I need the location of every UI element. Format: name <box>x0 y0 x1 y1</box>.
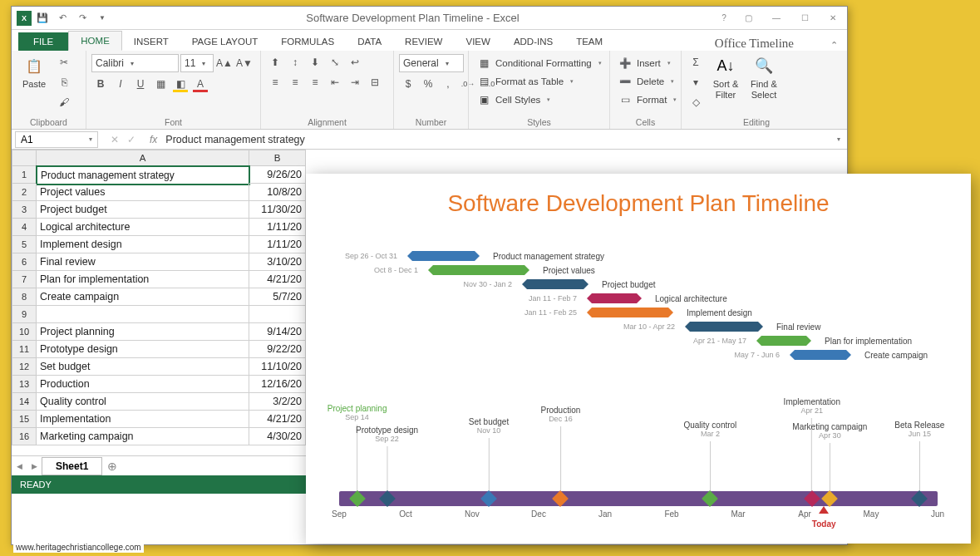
row-header[interactable]: 3 <box>12 201 37 219</box>
tab-file[interactable]: FILE <box>18 32 68 51</box>
format-cells-button[interactable]: ▭Format▾ <box>615 91 680 109</box>
help-icon[interactable]: ? <box>714 9 734 27</box>
cell[interactable]: Product management strategy <box>37 166 249 185</box>
copy-icon[interactable]: ⎘ <box>55 74 73 91</box>
cell[interactable]: 11/10/20 <box>249 358 306 376</box>
row-header[interactable]: 6 <box>12 253 37 271</box>
sort-filter-button[interactable]: A↓ Sort & Filter <box>708 54 743 100</box>
row-header[interactable]: 4 <box>12 219 37 236</box>
formula-input[interactable]: Product management strategy <box>162 134 834 145</box>
tab-addins[interactable]: ADD-INS <box>502 32 564 51</box>
cell[interactable]: 9/26/20 <box>249 166 306 184</box>
row-header[interactable]: 2 <box>12 184 37 201</box>
currency-icon[interactable]: $ <box>399 76 417 92</box>
column-header-a[interactable]: A <box>37 150 249 166</box>
paste-button[interactable]: 📋 Paste <box>17 54 52 90</box>
cell[interactable]: Project planning <box>37 323 249 341</box>
cell[interactable]: 12/16/20 <box>249 376 306 393</box>
cut-icon[interactable]: ✂ <box>55 54 73 71</box>
autosum-icon[interactable]: Σ <box>687 54 705 71</box>
row-header[interactable]: 15 <box>12 411 37 428</box>
align-left-icon[interactable]: ≡ <box>266 74 284 91</box>
cell[interactable]: Project budget <box>37 201 249 219</box>
cell[interactable]: Quality control <box>37 393 249 411</box>
cell[interactable]: Project values <box>37 184 249 201</box>
cell[interactable]: 1/11/20 <box>249 219 306 236</box>
row-header[interactable]: 16 <box>12 428 37 445</box>
cell[interactable]: 9/14/20 <box>249 323 306 341</box>
tab-insert[interactable]: INSERT <box>122 32 180 51</box>
formula-expand-icon[interactable]: ▾ <box>834 135 847 143</box>
border-icon[interactable]: ▦ <box>151 76 170 92</box>
cell[interactable]: Plan for implementation <box>37 271 249 288</box>
maximize-icon[interactable]: ☐ <box>790 9 819 27</box>
row-header[interactable]: 9 <box>12 306 37 323</box>
cell[interactable]: 3/2/20 <box>249 393 306 411</box>
cell[interactable]: 1/11/20 <box>249 236 306 253</box>
fill-color-icon[interactable]: ◧ <box>171 76 190 92</box>
cell[interactable]: Create campaign <box>37 288 249 306</box>
cell[interactable] <box>37 306 249 323</box>
tab-formulas[interactable]: FORMULAS <box>269 32 346 51</box>
orientation-icon[interactable]: ⤡ <box>326 54 344 71</box>
cell[interactable]: 4/21/20 <box>249 271 306 288</box>
tab-review[interactable]: REVIEW <box>393 32 454 51</box>
collapse-ribbon-icon[interactable]: ⌃ <box>827 40 847 51</box>
save-icon[interactable]: 💾 <box>33 9 52 27</box>
cell[interactable]: Implement design <box>37 236 249 253</box>
cell[interactable]: Set budget <box>37 358 249 376</box>
minimize-icon[interactable]: — <box>762 9 790 27</box>
tab-home[interactable]: HOME <box>68 31 122 51</box>
undo-icon[interactable]: ↶ <box>53 9 71 27</box>
tab-team[interactable]: TEAM <box>564 32 614 51</box>
italic-button[interactable]: I <box>111 76 130 92</box>
select-all-corner[interactable] <box>12 150 37 166</box>
percent-icon[interactable]: % <box>419 76 437 92</box>
cell[interactable]: Implementation <box>37 411 249 428</box>
name-box[interactable]: A1▾ <box>15 131 98 148</box>
delete-cells-button[interactable]: ➖Delete▾ <box>615 72 677 91</box>
sheet-nav-next-icon[interactable]: ▶ <box>27 462 42 470</box>
cell[interactable]: 3/10/20 <box>249 253 306 271</box>
insert-cells-button[interactable]: ➕Insert▾ <box>615 54 674 72</box>
row-header[interactable]: 11 <box>12 341 37 358</box>
row-header[interactable]: 10 <box>12 323 37 341</box>
comma-icon[interactable]: , <box>439 76 457 92</box>
tab-view[interactable]: VIEW <box>454 32 501 51</box>
conditional-formatting-button[interactable]: ▦Conditional Formatting▾ <box>474 54 605 72</box>
fx-icon[interactable]: fx <box>145 134 162 145</box>
align-right-icon[interactable]: ≡ <box>306 74 324 91</box>
cancel-formula-icon[interactable]: ✕ <box>106 134 123 145</box>
shrink-font-icon[interactable]: A▼ <box>235 55 254 71</box>
cell[interactable]: 4/30/20 <box>249 428 306 445</box>
format-as-table-button[interactable]: ▤Format as Table▾ <box>474 72 577 91</box>
grow-font-icon[interactable]: A▲ <box>215 55 234 71</box>
row-header[interactable]: 12 <box>12 358 37 376</box>
align-center-icon[interactable]: ≡ <box>286 74 304 91</box>
bold-button[interactable]: B <box>91 76 110 92</box>
decrease-indent-icon[interactable]: ⇤ <box>326 74 344 91</box>
cell[interactable]: 9/22/20 <box>249 341 306 358</box>
row-header[interactable]: 7 <box>12 271 37 288</box>
fill-icon[interactable]: ▾ <box>687 74 705 91</box>
cell[interactable]: Logical architecture <box>37 219 249 236</box>
cell-styles-button[interactable]: ▣Cell Styles▾ <box>474 91 554 109</box>
sheet-tab[interactable]: Sheet1 <box>42 457 102 475</box>
row-header[interactable]: 14 <box>12 393 37 411</box>
increase-indent-icon[interactable]: ⇥ <box>346 74 364 91</box>
cell[interactable]: 5/7/20 <box>249 288 306 306</box>
row-header[interactable]: 1 <box>12 166 37 184</box>
row-header[interactable]: 13 <box>12 376 37 393</box>
underline-button[interactable]: U <box>131 76 150 92</box>
cell[interactable]: Marketing campaign <box>37 428 249 445</box>
font-name-select[interactable]: Calibri▾ <box>91 54 179 72</box>
font-size-select[interactable]: 11▾ <box>180 54 214 72</box>
office-timeline-label[interactable]: Office Timeline <box>715 37 827 51</box>
redo-icon[interactable]: ↷ <box>73 9 91 27</box>
clear-icon[interactable]: ◇ <box>687 94 705 111</box>
ribbon-display-icon[interactable]: ▢ <box>734 9 762 27</box>
align-middle-icon[interactable]: ↕ <box>286 54 304 71</box>
sheet-nav-prev-icon[interactable]: ◀ <box>12 462 27 470</box>
cell[interactable]: Final review <box>37 253 249 271</box>
align-top-icon[interactable]: ⬆ <box>266 54 284 71</box>
